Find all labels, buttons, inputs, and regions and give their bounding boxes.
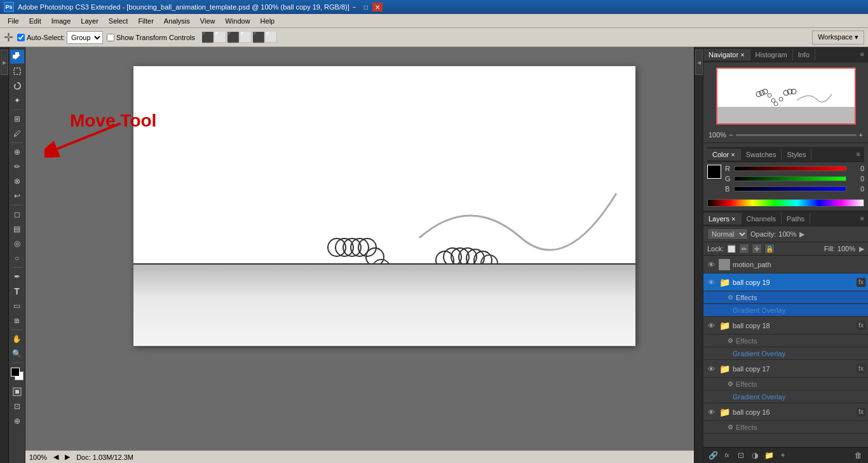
zoom-tool-button[interactable]: 🔍 [10,347,24,361]
layer-fx-badge-19[interactable]: fx [857,278,865,287]
tab-paths[interactable]: Paths [782,213,810,225]
opacity-arrow[interactable]: ▶ [799,230,804,238]
layer-visibility-eye-16[interactable]: 👁 [706,407,716,417]
menu-layer[interactable]: Layer [76,16,104,26]
tab-info[interactable]: Info [793,49,815,60]
foreground-color-swatch[interactable] [11,368,20,377]
menu-filter[interactable]: Filter [133,16,158,26]
layer-group-icon-19: 📁 [718,276,731,289]
layer-adjustment-btn[interactable]: ◑ [749,450,761,461]
gradient-overlay-18[interactable]: Gradient Overlay [733,350,785,357]
layer-visibility-eye-17[interactable]: 👁 [706,364,716,374]
menu-edit[interactable]: Edit [24,16,46,26]
tab-channels[interactable]: Channels [742,213,782,225]
dodge-tool-button[interactable]: ○ [10,251,24,265]
layer-folder-btn[interactable]: 📁 [763,450,775,461]
gradient-overlay-19[interactable]: Gradient Overlay [733,307,785,314]
menu-help[interactable]: Help [255,16,280,26]
zoom-slider[interactable] [736,134,857,136]
layer-item-motion-path[interactable]: 👁 motion_path [703,256,868,273]
screen-mode-button[interactable]: ⊡ [10,399,24,413]
layer-fx-badge-18[interactable]: fx [857,321,865,330]
lock-all-btn[interactable]: 🔒 [764,244,775,254]
right-expand-btn[interactable]: ◀ [695,50,703,75]
navigator-right-btn[interactable]: ▶ [65,453,70,461]
tab-swatches[interactable]: Swatches [741,149,782,160]
navigator-collapse[interactable]: ≡ [858,50,867,59]
clone-stamp-button[interactable]: ⊗ [10,174,24,188]
color-fg-swatch[interactable] [707,165,721,195]
blur-tool-button[interactable]: ◎ [10,237,24,251]
layer-item-ball-copy-17[interactable]: 👁 📁 ball copy 17 fx [703,360,868,378]
layer-mask-btn[interactable]: ⊡ [735,450,747,461]
notes-tool-button[interactable]: 🗈 [10,314,24,328]
tab-navigator[interactable]: Navigator × [703,49,750,60]
zoom-plus-icon[interactable]: + [859,131,863,139]
marquee-tool-button[interactable] [10,64,24,78]
tab-histogram[interactable]: Histogram [750,49,793,60]
layer-item-ball-copy-16[interactable]: 👁 📁 ball copy 16 fx [703,403,868,421]
auto-select-dropdown[interactable]: Group Layer [67,31,103,44]
gradient-overlay-17[interactable]: Gradient Overlay [733,393,785,401]
workspace-button[interactable]: Workspace ▾ [812,31,864,45]
color-spectrum-bar[interactable] [707,199,864,207]
lock-image-btn[interactable]: ✏ [739,244,749,254]
panel-expand-btn[interactable]: ▶ [1,50,8,75]
show-transform-checkbox[interactable] [107,34,114,41]
lock-position-btn[interactable]: ✛ [752,244,762,254]
layer-visibility-eye-19[interactable]: 👁 [706,277,716,287]
text-tool-button[interactable]: T [10,284,24,298]
brush-tool-button[interactable]: ✏ [10,160,24,174]
menu-select[interactable]: Select [104,16,133,26]
layer-new-btn[interactable]: + [777,450,789,461]
blend-mode-dropdown[interactable]: Normal Multiply Screen [707,228,748,240]
history-brush-button[interactable]: ↩ [10,189,24,203]
menu-file[interactable]: File [3,16,24,26]
menu-image[interactable]: Image [46,16,76,26]
eyedropper-button[interactable]: 🖊 [10,127,24,141]
quick-mask-button[interactable] [10,385,24,399]
auto-select-checkbox[interactable] [17,34,25,41]
navigator-left-btn[interactable]: ◀ [53,453,58,461]
zoom-minus-icon[interactable]: − [729,131,733,139]
magic-wand-button[interactable]: ✦ [10,93,24,107]
color-swatches[interactable] [11,368,24,380]
foreground-swatch[interactable] [707,165,721,179]
heal-tool-button[interactable]: ⊕ [10,145,24,159]
move-tool-button[interactable] [10,50,24,64]
layer-item-ball-copy-19[interactable]: 👁 📁 ball copy 19 fx [703,273,868,291]
color-collapse[interactable]: ≡ [854,150,863,159]
eraser-tool-button[interactable]: ◻ [10,207,24,221]
tab-layers[interactable]: Layers × [703,213,742,225]
hand-tool-button[interactable]: ✋ [10,332,24,346]
r-value: 0 [849,165,864,172]
menu-analysis[interactable]: Analysis [159,16,195,26]
layer-fx-btn[interactable]: fx [721,450,733,461]
layer-visibility-eye[interactable]: 👁 [706,259,716,270]
layer-fx-badge-16[interactable]: fx [857,408,865,417]
tool-separator-4 [11,267,23,268]
menu-view[interactable]: View [195,16,220,26]
close-button[interactable]: ✕ [372,3,383,11]
lasso-tool-button[interactable] [10,79,24,93]
layer-fx-badge-17[interactable]: fx [857,364,865,373]
layer-delete-btn[interactable]: 🗑 [853,450,864,461]
layer-link-btn[interactable]: 🔗 [707,450,719,461]
minimize-button[interactable]: − [349,3,360,11]
magnify-button[interactable]: ⊕ [10,414,24,428]
pen-tool-button[interactable]: ✒ [10,270,24,284]
crop-tool-button[interactable]: ⊞ [10,112,24,126]
align-icons: ⬛⬜⬛⬜⬛⬜ [201,31,278,43]
layer-visibility-eye-18[interactable]: 👁 [706,321,716,331]
tab-styles[interactable]: Styles [782,149,811,160]
lock-transparent-btn[interactable]: ⬜ [726,244,736,254]
maximize-button[interactable]: □ [361,3,371,11]
layer-group-icon-17: 📁 [718,363,731,375]
layer-item-ball-copy-18[interactable]: 👁 📁 ball copy 18 fx [703,317,868,335]
tab-color[interactable]: Color × [707,149,741,160]
fill-arrow[interactable]: ▶ [859,245,864,253]
shape-tool-button[interactable]: ▭ [10,299,24,313]
gradient-tool-button[interactable]: ▤ [10,222,24,236]
menu-window[interactable]: Window [220,16,255,26]
layers-collapse[interactable]: ≡ [858,214,867,223]
